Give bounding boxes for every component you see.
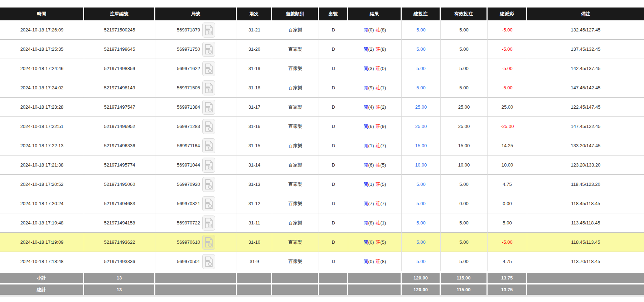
table-row[interactable]: 2024-10-18 17:18:48 521971493336 5699705… [0, 252, 644, 271]
subtotal-payout: 13.75 [488, 271, 527, 283]
player-result-score: (4) [368, 104, 374, 110]
remark-cell: 123.20/133.20 [527, 155, 644, 175]
result-cell: 閒(6)莊(5) [348, 155, 402, 175]
banker-result-score: (8) [381, 46, 386, 52]
column-header-game-type: 遊戲類別 [272, 8, 319, 20]
table-row[interactable]: 2024-10-18 17:19:09 521971493622 5699706… [0, 233, 644, 252]
payout-cell: -5.00 [488, 20, 527, 40]
remark-cell: 132.45/127.45 [527, 20, 644, 40]
player-result-label: 閒 [364, 124, 368, 129]
session-cell: 31-12 [237, 194, 272, 213]
time-cell: 2024-10-18 17:23:28 [0, 98, 84, 117]
column-header-remark: 備註 [527, 8, 644, 20]
subtotal-empty-game-type [272, 271, 319, 283]
video-replay-button[interactable] [202, 196, 215, 211]
table-row[interactable]: 2024-10-18 17:20:24 521971494683 5699708… [0, 194, 644, 213]
table-row[interactable]: 2024-10-18 17:26:09 521971500245 5699718… [0, 20, 644, 40]
total-valid-bet: 115.00 [441, 283, 488, 295]
video-file-icon [204, 63, 213, 74]
table-no-cell: D [319, 252, 348, 271]
total-bet-cell: 25.00 [402, 98, 441, 117]
total-bet-cell: 5.00 [402, 233, 441, 252]
result-cell: 閒(4)莊(2) [348, 98, 402, 117]
remark-cell: 113.45/118.45 [527, 213, 644, 233]
table-no-cell: D [319, 136, 348, 155]
video-replay-button[interactable] [202, 119, 215, 134]
table-row[interactable]: 2024-10-18 17:24:46 521971498859 5699716… [0, 59, 644, 78]
banker-result-label: 莊 [376, 259, 381, 264]
valid-bet-cell: 5.00 [441, 233, 488, 252]
session-cell: 31-18 [237, 78, 272, 98]
time-cell: 2024-10-18 17:22:51 [0, 117, 84, 136]
total-bet-cell: 5.00 [402, 194, 441, 213]
valid-bet-cell: 10.00 [441, 155, 488, 175]
valid-bet-cell: 5.00 [441, 59, 488, 78]
table-row[interactable]: 2024-10-18 17:25:35 521971499645 5699717… [0, 40, 644, 59]
game-type-cell: 百家樂 [272, 175, 319, 194]
video-replay-button[interactable] [202, 177, 215, 192]
total-bet-cell: 5.00 [402, 175, 441, 194]
video-replay-button[interactable] [202, 235, 215, 250]
table-row[interactable]: 2024-10-18 17:19:48 521971494158 5699707… [0, 213, 644, 233]
column-header-session: 場次 [237, 8, 272, 20]
total-empty-game-type [272, 283, 319, 295]
result-cell: 閒(7)莊(7) [348, 194, 402, 213]
time-cell: 2024-10-18 17:20:24 [0, 194, 84, 213]
video-replay-button[interactable] [202, 61, 215, 76]
round-cell: 569970722 [155, 213, 237, 233]
video-replay-button[interactable] [202, 138, 215, 153]
table-row[interactable]: 2024-10-18 17:22:13 521971496336 5699711… [0, 136, 644, 155]
player-result-score: (3) [368, 66, 374, 71]
banker-result-label: 莊 [376, 143, 381, 148]
result-cell: 閒(6)莊(9) [348, 117, 402, 136]
player-result-score: (0) [368, 27, 374, 33]
payout-cell: -25.00 [488, 117, 527, 136]
subtotal-empty-remark [527, 271, 644, 283]
video-replay-button[interactable] [202, 23, 215, 38]
time-cell: 2024-10-18 17:25:35 [0, 40, 84, 59]
table-row[interactable]: 2024-10-18 17:21:38 521971495774 5699710… [0, 155, 644, 175]
column-header-result: 結果 [348, 8, 402, 20]
video-replay-button[interactable] [202, 216, 215, 231]
video-replay-button[interactable] [202, 100, 215, 115]
column-header-payout: 總派彩 [488, 8, 527, 20]
player-result-score: (6) [368, 124, 374, 129]
subtotal-empty-table-no [319, 271, 348, 283]
time-cell: 2024-10-18 17:19:48 [0, 213, 84, 233]
remark-cell: 147.45/142.45 [527, 78, 644, 98]
total-bet-cell: 5.00 [402, 78, 441, 98]
time-cell: 2024-10-18 17:18:48 [0, 252, 84, 271]
round-cell: 569970501 [155, 252, 237, 271]
video-file-icon [204, 179, 213, 190]
payout-cell: 25.00 [488, 98, 527, 117]
table-row[interactable]: 2024-10-18 17:22:51 521971496952 5699712… [0, 117, 644, 136]
total-bet-cell: 25.00 [402, 117, 441, 136]
table-row[interactable]: 2024-10-18 17:20:52 521971495060 5699709… [0, 175, 644, 194]
table-no-cell: D [319, 155, 348, 175]
payout-cell: -5.00 [488, 78, 527, 98]
banker-result-label: 莊 [376, 27, 381, 33]
game-type-cell: 百家樂 [272, 20, 319, 40]
table-row[interactable]: 2024-10-18 17:24:02 521971498149 5699715… [0, 78, 644, 98]
round-cell: 569971384 [155, 98, 237, 117]
banker-result-score: (7) [381, 201, 386, 206]
video-replay-button[interactable] [202, 254, 215, 269]
remark-cell: 118.45/113.45 [527, 233, 644, 252]
round-number: 569971622 [177, 66, 200, 71]
table-row[interactable]: 2024-10-18 17:23:28 521971497547 5699713… [0, 98, 644, 117]
player-result-label: 閒 [364, 27, 368, 33]
video-replay-button[interactable] [202, 158, 215, 173]
video-file-icon [204, 198, 213, 209]
table-no-cell: D [319, 40, 348, 59]
time-cell: 2024-10-18 17:24:46 [0, 59, 84, 78]
total-empty-result [348, 283, 402, 295]
banker-result-score: (9) [381, 124, 386, 129]
player-result-label: 閒 [364, 162, 368, 168]
bet-id-cell: 521971493336 [84, 252, 155, 271]
video-replay-button[interactable] [202, 42, 215, 57]
result-cell: 閒(3)莊(0) [348, 59, 402, 78]
video-replay-button[interactable] [202, 80, 215, 95]
video-file-icon [204, 140, 213, 151]
bet-id-cell: 521971498149 [84, 78, 155, 98]
round-number: 569971283 [177, 124, 200, 129]
